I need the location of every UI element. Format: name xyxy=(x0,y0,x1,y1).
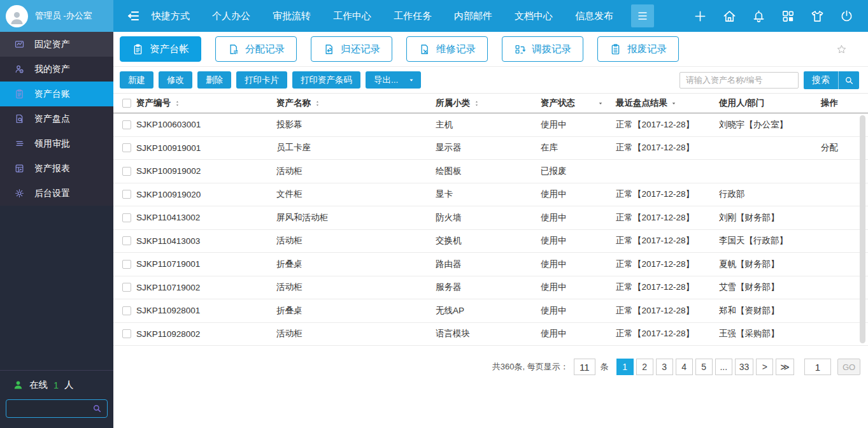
sidebar-item[interactable]: 领用审批 xyxy=(0,131,113,156)
record-tab[interactable]: 调拨记录 xyxy=(502,36,583,62)
online-status: 在线 1 人 xyxy=(6,379,108,391)
page-button[interactable]: 2 xyxy=(636,359,653,375)
topbar-nav-item[interactable]: 快捷方式 xyxy=(152,10,190,22)
toolbar-button[interactable]: 打印卡片 xyxy=(236,71,287,89)
row-checkbox[interactable] xyxy=(122,260,131,269)
topbar-nav-item[interactable]: 内部邮件 xyxy=(454,10,492,22)
topbar-nav-item[interactable]: 信息发布 xyxy=(575,10,613,22)
row-checkbox[interactable] xyxy=(122,143,131,152)
user-info[interactable]: 管理员 -办公室 xyxy=(0,0,113,32)
page-button[interactable]: 33 xyxy=(735,359,754,375)
table-row[interactable]: SJKP110719002 活动柜 服务器 使用中 正常【2017-12-28】… xyxy=(113,276,868,300)
asset-search-input[interactable] xyxy=(679,72,799,89)
cell-status: 使用中 xyxy=(541,119,616,131)
row-checkbox[interactable] xyxy=(122,190,131,199)
page-button[interactable]: 3 xyxy=(656,359,673,375)
column-header-category[interactable]: 所属小类 xyxy=(436,97,541,109)
page-button[interactable]: > xyxy=(756,359,773,375)
table-scrollbar[interactable] xyxy=(860,115,865,343)
sidebar-item[interactable]: 后台设置 xyxy=(0,181,113,206)
table-row[interactable]: SJKP110928002 活动柜 语言模块 使用中 正常【2017-12-28… xyxy=(113,323,868,346)
column-header-asset-id[interactable]: 资产编号 xyxy=(136,97,276,109)
topbar-nav-item[interactable]: 工作中心 xyxy=(333,10,371,22)
toolbar-button[interactable]: 修改 xyxy=(159,71,192,89)
grid-icon[interactable] xyxy=(781,9,795,24)
topbar-icons xyxy=(693,9,868,24)
table-row[interactable]: SJKP100603001 投影幕 主机 使用中 正常【2017-12-28】 … xyxy=(113,113,868,137)
cell-asset-id: SJKP110413002 xyxy=(136,213,276,222)
record-tab[interactable]: 归还记录 xyxy=(311,36,392,62)
row-checkbox[interactable] xyxy=(122,120,131,129)
plus-icon[interactable] xyxy=(693,9,708,24)
cell-user: 郑和【资财部】 xyxy=(719,305,821,317)
sort-icon[interactable] xyxy=(314,99,321,108)
page-button[interactable]: ≫ xyxy=(776,359,794,375)
record-tab[interactable]: 分配记录 xyxy=(215,36,297,62)
favorite-star-icon[interactable] xyxy=(836,44,847,55)
toolbar-button[interactable]: 打印资产条码 xyxy=(292,71,360,89)
online-user-icon xyxy=(13,380,24,390)
goto-page-input[interactable] xyxy=(804,359,831,375)
table-row[interactable]: SJKP100919001 员工卡座 显示器 在库 正常【2017-12-28】… xyxy=(113,137,868,160)
page-button[interactable]: ... xyxy=(715,359,732,375)
sidebar-item[interactable]: 我的资产 xyxy=(0,57,113,82)
row-checkbox[interactable] xyxy=(122,236,131,245)
power-icon[interactable] xyxy=(839,9,854,24)
person-badge-icon xyxy=(14,64,25,75)
table-row[interactable]: SJKP100919002 活动柜 绘图板 已报废 xyxy=(113,160,868,183)
cell-category: 无线AP xyxy=(436,305,541,317)
filter-caret-icon[interactable] xyxy=(597,101,604,106)
shirt-icon[interactable] xyxy=(810,9,825,24)
topbar-nav-item[interactable]: 个人办公 xyxy=(212,10,250,22)
table-row[interactable]: SJKP110413002 屏风和活动柜 防火墙 使用中 正常【2017-12-… xyxy=(113,206,868,230)
export-button[interactable]: 导出... xyxy=(366,71,421,89)
doc-repair-icon xyxy=(418,43,430,55)
sidebar-item[interactable]: 资产盘点 xyxy=(0,106,113,131)
sort-icon[interactable] xyxy=(473,99,480,108)
menu-collapse-icon[interactable] xyxy=(125,8,141,24)
table-row[interactable]: SJKP100919020 文件柜 显卡 使用中 正常【2017-12-28】 … xyxy=(113,183,868,207)
search-icon[interactable] xyxy=(92,403,102,413)
filter-caret-icon[interactable] xyxy=(671,101,677,106)
page-button[interactable]: 1 xyxy=(616,359,634,375)
sidebar-item[interactable]: 固定资产 xyxy=(0,32,113,57)
topbar-nav-item[interactable]: 文档中心 xyxy=(515,10,553,22)
record-tab[interactable]: 资产台帐 xyxy=(120,36,201,62)
column-header-check-result[interactable]: 最近盘点结果 xyxy=(616,97,719,109)
record-tab[interactable]: 报废记录 xyxy=(597,36,679,62)
pagination: 共360条, 每页显示： 条 12345...33>≫ GO xyxy=(492,359,860,375)
select-all-checkbox[interactable] xyxy=(122,99,131,108)
toolbar-button[interactable]: 新建 xyxy=(120,71,153,89)
row-checkbox[interactable] xyxy=(122,213,131,222)
table-row[interactable]: SJKP110928001 折叠桌 无线AP 使用中 正常【2017-12-28… xyxy=(113,299,868,323)
row-checkbox[interactable] xyxy=(122,167,131,176)
home-icon[interactable] xyxy=(722,9,737,24)
topbar-nav-item[interactable]: 审批流转 xyxy=(273,10,311,22)
sidebar-item[interactable]: 资产报表 xyxy=(0,156,113,181)
user-name: 管理员 -办公室 xyxy=(35,10,92,22)
page-button[interactable]: 5 xyxy=(695,359,713,375)
search-button[interactable]: 搜索 xyxy=(804,71,859,89)
page-size-input[interactable] xyxy=(574,359,595,375)
column-header-status[interactable]: 资产状态 xyxy=(541,97,616,109)
scrap-icon xyxy=(609,43,622,55)
go-button[interactable]: GO xyxy=(837,359,860,375)
record-tab[interactable]: 维修记录 xyxy=(406,36,488,62)
table-row[interactable]: SJKP110413003 活动柜 交换机 使用中 正常【2017-12-28】… xyxy=(113,230,868,253)
cell-action-link[interactable]: 分配 xyxy=(821,142,854,153)
cell-asset-name: 活动柜 xyxy=(276,328,436,339)
nav-more-button[interactable] xyxy=(631,4,654,27)
row-checkbox[interactable] xyxy=(122,283,131,292)
sidebar-item[interactable]: 资产台账 xyxy=(0,82,113,106)
clipboard-icon xyxy=(132,43,144,55)
bell-icon[interactable] xyxy=(751,9,766,24)
table-row[interactable]: SJKP110719001 折叠桌 路由器 使用中 正常【2017-12-28】… xyxy=(113,253,868,276)
chevron-down-icon xyxy=(408,77,415,83)
row-checkbox[interactable] xyxy=(122,306,131,315)
toolbar-button[interactable]: 删除 xyxy=(197,71,231,89)
sort-icon[interactable] xyxy=(174,99,181,108)
page-button[interactable]: 4 xyxy=(676,359,693,375)
topbar-nav-item[interactable]: 工作任务 xyxy=(394,10,432,22)
column-header-asset-name[interactable]: 资产名称 xyxy=(276,97,436,109)
row-checkbox[interactable] xyxy=(122,329,131,338)
